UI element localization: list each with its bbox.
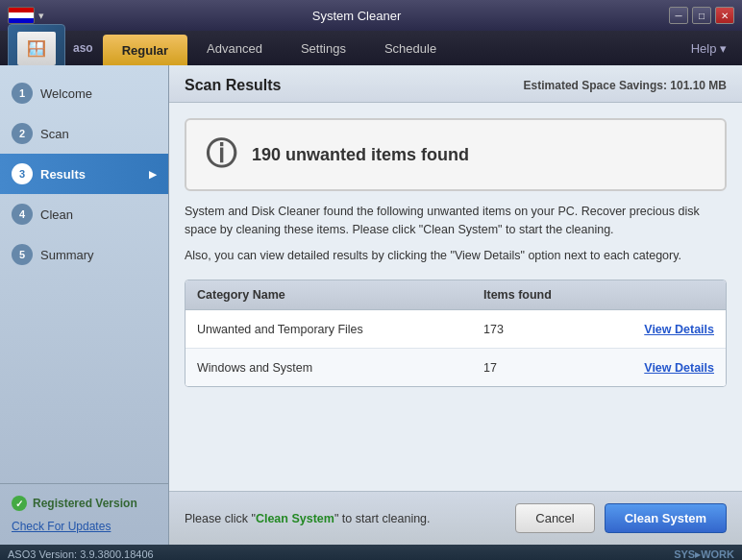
logo-text: aso — [73, 41, 93, 55]
sidebar-label-clean: Clean — [40, 207, 73, 222]
check-updates-link[interactable]: Check For Updates — [12, 520, 111, 533]
sidebar-label-scan: Scan — [40, 127, 69, 141]
row-2-action[interactable]: View Details — [599, 360, 714, 375]
table-header: Category Name Items found — [186, 280, 726, 310]
menu-bar: 🪟 aso Regular Advanced Settings Schedule… — [0, 31, 742, 65]
registered-label: Registered Version — [33, 497, 137, 510]
description-1: System and Disk Cleaner found the follow… — [169, 203, 742, 247]
header-row: Scan Results Estimated Space Savings: 10… — [185, 77, 727, 94]
row-1-category: Unwanted and Temporary Files — [197, 323, 483, 336]
flag-icon — [8, 7, 35, 24]
clean-system-highlight: Clean System — [256, 512, 334, 525]
sidebar: 1 Welcome 2 Scan 3 Results ▶ 4 Clean 5 S… — [0, 65, 169, 545]
bottom-bar: Please click "Clean System" to start cle… — [169, 491, 742, 545]
row-2-category: Windows and System — [197, 361, 483, 375]
alert-box: ⓘ 190 unwanted items found — [185, 118, 727, 191]
sidebar-item-scan[interactable]: 2 Scan — [0, 113, 168, 154]
window-controls: ─ □ ✕ — [669, 7, 734, 24]
alert-icon: ⓘ — [206, 134, 236, 176]
sidebar-footer: ✓ Registered Version Check For Updates — [0, 483, 168, 545]
header-action — [599, 288, 714, 302]
step-3-circle: 3 — [12, 163, 33, 184]
content-area: Scan Results Estimated Space Savings: 10… — [169, 65, 742, 545]
cancel-button[interactable]: Cancel — [515, 503, 594, 533]
content-header: Scan Results Estimated Space Savings: 10… — [169, 65, 742, 103]
table-row: Unwanted and Temporary Files 173 View De… — [186, 310, 726, 349]
registered-badge: ✓ Registered Version — [12, 496, 157, 511]
sidebar-label-welcome: Welcome — [40, 86, 92, 101]
tab-regular[interactable]: Regular — [103, 35, 187, 65]
sidebar-spacer — [0, 275, 168, 483]
sidebar-item-welcome[interactable]: 1 Welcome — [0, 73, 168, 113]
chevron-right-icon: ▶ — [149, 169, 157, 180]
bottom-buttons: Cancel Clean System — [515, 503, 727, 533]
view-details-link-1[interactable]: View Details — [644, 323, 714, 336]
alert-message: 190 unwanted items found — [252, 145, 469, 165]
logo-inner: 🪟 — [17, 32, 56, 65]
sidebar-item-clean[interactable]: 4 Clean — [0, 194, 168, 234]
sidebar-label-summary: Summary — [40, 248, 94, 262]
space-savings-label: Estimated Space Savings: 101.10 MB — [524, 79, 727, 92]
tab-advanced[interactable]: Advanced — [187, 31, 282, 65]
main-layout: 1 Welcome 2 Scan 3 Results ▶ 4 Clean 5 S… — [0, 65, 742, 545]
help-menu[interactable]: Help ▾ — [676, 31, 742, 65]
description-2: Also, you can view detailed results by c… — [169, 247, 742, 273]
status-bar: ASO3 Version: 3.9.3800.18406 SYS▸WORK — [0, 545, 742, 560]
title-bar: ▾ System Cleaner ─ □ ✕ — [0, 0, 742, 31]
window-title: System Cleaner — [44, 9, 669, 23]
logo-area: 🪟 aso — [8, 31, 93, 65]
results-table: Category Name Items found Unwanted and T… — [185, 280, 727, 387]
header-items: Items found — [483, 288, 599, 302]
view-details-link-2[interactable]: View Details — [644, 361, 714, 375]
minimize-button[interactable]: ─ — [669, 7, 688, 24]
close-button[interactable]: ✕ — [715, 7, 734, 24]
bottom-message: Please click "Clean System" to start cle… — [185, 512, 431, 525]
page-title: Scan Results — [185, 77, 281, 94]
tab-settings[interactable]: Settings — [282, 31, 365, 65]
step-1-circle: 1 — [12, 83, 33, 104]
step-2-circle: 2 — [12, 123, 33, 144]
row-1-action[interactable]: View Details — [599, 322, 714, 336]
sidebar-label-results: Results — [40, 167, 86, 182]
maximize-button[interactable]: □ — [692, 7, 711, 24]
table-row: Windows and System 17 View Details — [186, 349, 726, 386]
check-icon: ✓ — [12, 496, 27, 511]
clean-system-button[interactable]: Clean System — [605, 503, 727, 533]
version-label: ASO3 Version: 3.9.3800.18406 — [8, 548, 154, 560]
syswork-logo: SYS▸WORK — [674, 548, 734, 561]
step-5-circle: 5 — [12, 244, 33, 265]
step-4-circle: 4 — [12, 204, 33, 225]
sidebar-item-summary[interactable]: 5 Summary — [0, 234, 168, 275]
sidebar-item-results[interactable]: 3 Results ▶ — [0, 154, 168, 194]
tab-schedule[interactable]: Schedule — [365, 31, 456, 65]
row-2-items: 17 — [483, 361, 599, 375]
header-category: Category Name — [197, 288, 483, 302]
row-1-items: 173 — [483, 323, 599, 336]
